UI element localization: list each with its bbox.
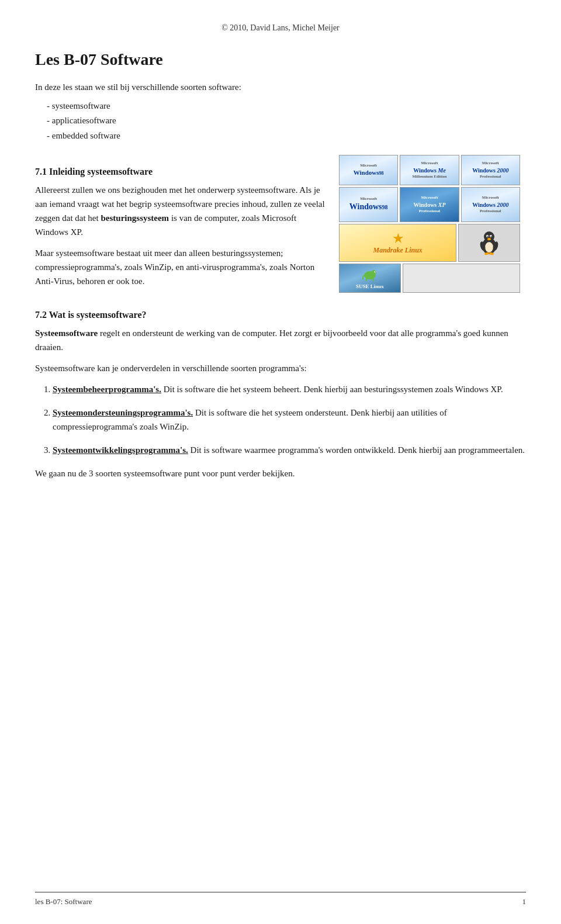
svg-point-1 bbox=[485, 242, 493, 252]
footer-left: les B-07: Software bbox=[35, 897, 92, 906]
os-row-1: Microsoft Windows98 Microsoft Windows Me… bbox=[339, 155, 520, 185]
footer-right: 1 bbox=[522, 897, 527, 906]
list-item-1-text: Dit is software die het systeem beheert.… bbox=[164, 385, 503, 394]
os-placeholder bbox=[403, 264, 520, 293]
list-item-1: Systeembeheerprogramma's. Dit is softwar… bbox=[53, 382, 526, 396]
section1-text2: Maar systeemsoftware bestaat uit meer da… bbox=[35, 246, 327, 288]
section2-text2: Systeemsoftware kan je onderverdelen in … bbox=[35, 361, 526, 375]
svg-point-7 bbox=[487, 238, 491, 240]
list-item-2-label: Systeemondersteuningsprogramma's. bbox=[53, 408, 193, 417]
closing-text: We gaan nu de 3 soorten systeemsoftware … bbox=[35, 466, 526, 480]
os-grid: Microsoft Windows98 Microsoft Windows Me… bbox=[339, 155, 520, 293]
bullet-applicatiesoftware: applicatiesoftware bbox=[47, 113, 526, 129]
copyright-header: © 2010, David Lans, Michel Meijer bbox=[35, 23, 526, 33]
page-container: © 2010, David Lans, Michel Meijer Les B-… bbox=[0, 0, 561, 924]
svg-point-6 bbox=[490, 236, 491, 237]
svg-point-2 bbox=[484, 231, 494, 242]
os-logos-image: Microsoft Windows98 Microsoft Windows Me… bbox=[339, 155, 526, 295]
list-item-1-label: Systeembeheerprogramma's. bbox=[53, 385, 161, 394]
section2-numbered-list: Systeembeheerprogramma's. Dit is softwar… bbox=[53, 382, 526, 457]
suse-icon bbox=[361, 267, 379, 281]
bullet-embedded: embedded software bbox=[47, 129, 526, 144]
page-title: Les B-07 Software bbox=[35, 50, 526, 69]
page-footer: les B-07: Software 1 bbox=[35, 892, 526, 906]
section1-text1: Allereerst zullen we ons bezighouden met… bbox=[35, 183, 327, 239]
os-win98-large: Microsoft Windows98 bbox=[339, 187, 398, 222]
list-item-3: Systeemontwikkelingsprogramma's. Dit is … bbox=[53, 443, 526, 457]
os-row-2: Microsoft Windows98 Microsoft Windows XP… bbox=[339, 187, 520, 222]
tux-icon bbox=[479, 230, 500, 256]
intro-bullet-list: systeemsoftware applicatiesoftware embed… bbox=[47, 99, 526, 144]
systeemsoftware-bold: Systeemsoftware bbox=[35, 328, 98, 338]
section2-heading: 7.2 Wat is systeemsoftware? bbox=[35, 310, 526, 320]
os-winme: Microsoft Windows Me Millennium Edition bbox=[400, 155, 459, 185]
os-row-3: ★ Mandrake Linux bbox=[339, 224, 520, 262]
section1-heading: 7.1 Inleiding systeemsoftware bbox=[35, 167, 327, 177]
section1-text-column: 7.1 Inleiding systeemsoftware Allereerst… bbox=[35, 155, 327, 295]
os-win98: Microsoft Windows98 bbox=[339, 155, 398, 185]
section1-with-image: 7.1 Inleiding systeemsoftware Allereerst… bbox=[35, 155, 526, 295]
os-suse: SUSE Linux bbox=[339, 264, 401, 293]
os-linux-tux bbox=[458, 224, 520, 262]
list-item-2: Systeemondersteuningsprogramma's. Dit is… bbox=[53, 406, 526, 434]
section2-text1: Systeemsoftware regelt en ondersteunt de… bbox=[35, 326, 526, 354]
os-row-4: SUSE Linux bbox=[339, 264, 520, 293]
section2: 7.2 Wat is systeemsoftware? Systeemsoftw… bbox=[35, 310, 526, 480]
os-winxp: Microsoft Windows XP Professional bbox=[400, 187, 459, 222]
list-item-3-label: Systeemontwikkelingsprogramma's. bbox=[53, 445, 188, 455]
intro-text: In deze les staan we stil bij verschille… bbox=[35, 81, 526, 94]
os-win2000-large: Microsoft Windows 2000 Professional bbox=[461, 187, 520, 222]
svg-point-5 bbox=[487, 236, 488, 237]
bold-besturingssysteem: besturingssysteem bbox=[101, 213, 169, 223]
list-item-3-text: Dit is software waarmee programma's word… bbox=[191, 445, 525, 455]
bullet-systeemsoftware: systeemsoftware bbox=[47, 99, 526, 114]
svg-point-15 bbox=[375, 271, 376, 272]
copyright-text: © 2010, David Lans, Michel Meijer bbox=[221, 23, 340, 32]
os-win2000: Microsoft Windows 2000 Professional bbox=[461, 155, 520, 185]
os-mandrake: ★ Mandrake Linux bbox=[339, 224, 456, 262]
